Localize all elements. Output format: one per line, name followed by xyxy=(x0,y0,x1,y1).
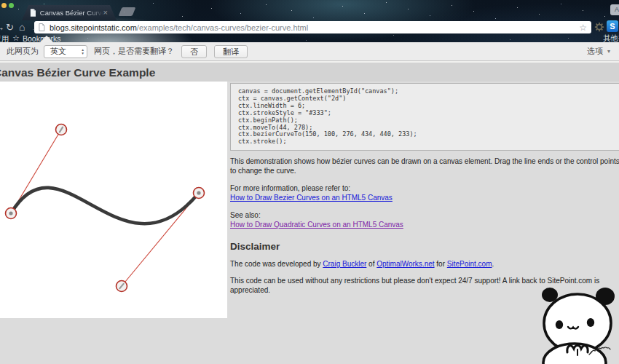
bezier-canvas[interactable] xyxy=(0,82,227,318)
address-bar[interactable]: blogs.sitepointstatic.com/examples/tech/… xyxy=(34,21,591,33)
page-header-band: Canvas Bézier Curve Example xyxy=(0,63,619,82)
language-value: 英文 xyxy=(50,46,66,57)
bookmarks-bar: 应用 ☆ Bookmarks 其他书签 xyxy=(0,33,619,42)
translate-question-label: 网页，是否需要翻译？ xyxy=(94,46,174,57)
bezier-curve-path xyxy=(11,188,199,223)
disclaimer-heading: Disclaimer xyxy=(230,241,619,252)
options-label: 选项 xyxy=(587,46,603,57)
forward-icon[interactable]: → xyxy=(0,22,4,33)
reload-icon[interactable]: ↻ xyxy=(6,22,14,33)
web-page: Canvas Bézier Curve Example canvas = doc… xyxy=(0,61,619,364)
chevron-down-icon: ▾ xyxy=(607,48,610,55)
select-arrows-icon: ▴▾ xyxy=(82,48,84,55)
page-title: Canvas Bézier Curve Example xyxy=(0,66,155,79)
url-host: blogs.sitepointstatic.com xyxy=(50,23,137,32)
more-info-label: For more information, please refer to: xyxy=(230,183,619,193)
panda-sticker xyxy=(535,282,619,364)
credit-paragraph: The code was developed by Craig Buckler … xyxy=(230,259,619,269)
gear-icon[interactable] xyxy=(594,22,604,32)
window-zoom-button[interactable] xyxy=(9,3,14,8)
tab-close-icon[interactable]: × xyxy=(103,9,108,17)
quadratic-curves-link[interactable]: How to Draw Quadratic Curves on an HTML5… xyxy=(230,221,403,229)
sitepoint-link[interactable]: SitePoint.com xyxy=(447,260,492,268)
url-text: blogs.sitepointstatic.com/examples/tech/… xyxy=(50,23,575,32)
url-path: /examples/tech/canvas-curves/bezier-curv… xyxy=(137,23,308,32)
curve-handles[interactable] xyxy=(6,124,205,292)
translate-button[interactable]: 翻译 xyxy=(214,45,248,58)
optimalworks-link[interactable]: OptimalWorks.net xyxy=(376,260,434,268)
end-point-dot xyxy=(197,191,200,194)
home-icon[interactable]: ⌂ xyxy=(19,21,25,33)
translate-infobar: 此网页为 英文 ▴▾ 网页，是否需要翻译？ 否 翻译 选项 ▾ xyxy=(0,42,619,61)
starfield-decor-dim xyxy=(0,0,1,1)
tab-title: Canvas Bézier Curve Exam xyxy=(40,9,103,17)
new-tab-button[interactable] xyxy=(119,7,136,16)
article-content: canvas = document.getElementById("canvas… xyxy=(230,82,619,295)
no-translate-button[interactable]: 否 xyxy=(181,45,207,58)
translate-prefix-label: 此网页为 xyxy=(7,46,39,57)
see-also-label: See also: xyxy=(230,210,619,220)
window-minimize-button[interactable] xyxy=(1,3,7,8)
language-select[interactable]: 英文 ▴▾ xyxy=(44,45,87,58)
extension-s-icon[interactable]: S xyxy=(607,20,618,32)
page-favicon-icon xyxy=(30,9,36,17)
page-icon xyxy=(39,23,45,31)
infobar-pointer-arrow xyxy=(40,36,53,42)
bezier-curves-link[interactable]: How to Draw Bezier Curves on an HTML5 Ca… xyxy=(230,194,393,202)
profile-button[interactable]: A xyxy=(610,4,619,15)
code-block: canvas = document.getElementById("canvas… xyxy=(230,83,619,151)
bookmark-star-icon[interactable]: ☆ xyxy=(579,23,587,33)
panda-right-eye xyxy=(587,318,594,327)
translate-options-menu[interactable]: 选项 ▾ xyxy=(587,46,610,57)
start-point-dot xyxy=(9,211,12,215)
bezier-curve-drawing xyxy=(0,82,227,318)
description-paragraph: This demonstration shows how bézier curv… xyxy=(230,157,619,175)
browser-tab[interactable]: Canvas Bézier Curve Exam × xyxy=(22,5,117,20)
craig-buckler-link[interactable]: Craig Buckler xyxy=(323,260,366,268)
panda-left-eye xyxy=(556,320,563,329)
